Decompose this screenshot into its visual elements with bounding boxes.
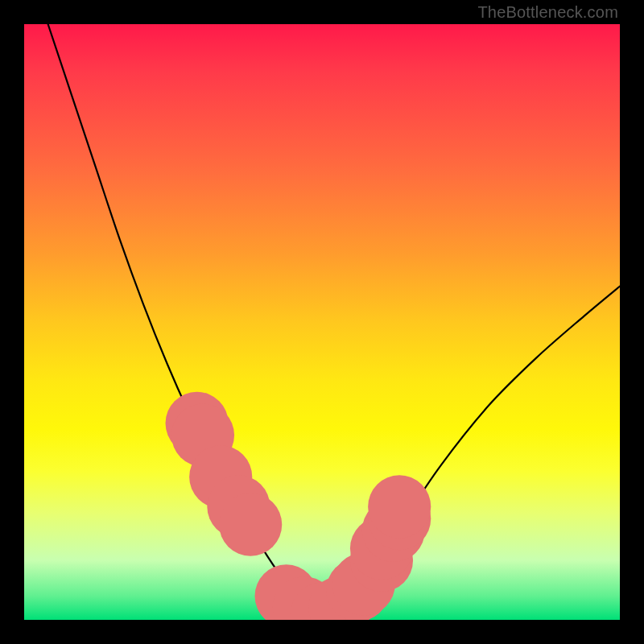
plot-area — [24, 24, 620, 620]
curve-layer — [24, 24, 620, 620]
watermark-text: TheBottleneck.com — [477, 3, 618, 22]
chart-frame: TheBottleneck.com — [0, 0, 644, 644]
highlight-dot — [368, 475, 431, 538]
bottleneck-curve — [48, 24, 620, 620]
highlight-dot — [219, 493, 282, 556]
highlight-dots — [166, 392, 431, 620]
